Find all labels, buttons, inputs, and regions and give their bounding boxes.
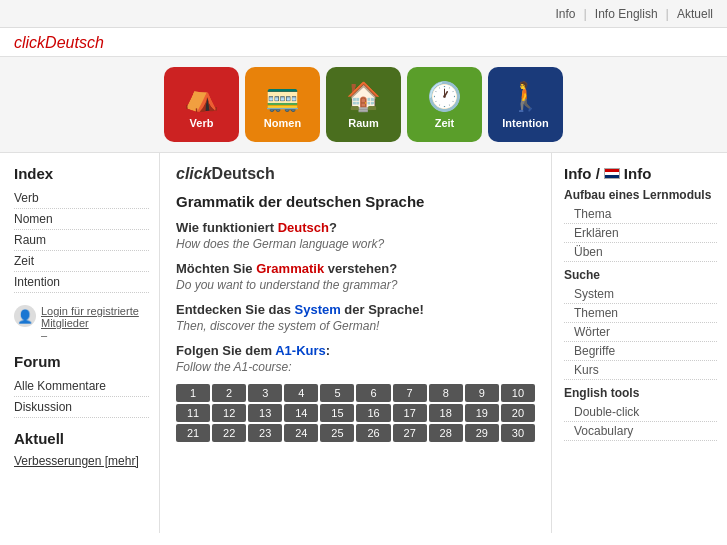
forum-item-kommentare[interactable]: Alle Kommentare [14, 376, 149, 397]
content-block-3: Entdecken Sie das System der Sprache! Th… [176, 302, 535, 333]
num-cell-6[interactable]: 6 [356, 384, 390, 402]
login-sub: – [41, 329, 47, 341]
icon-verb[interactable]: ⛺ Verb [164, 67, 239, 142]
icons-row: ⛺ Verb 🚃 Nomen 🏠 Raum 🕐 Zeit 🚶 Intention [0, 56, 727, 153]
main-layout: Index Verb Nomen Raum Zeit Intention 👤 L… [0, 153, 727, 533]
index-title: Index [14, 165, 149, 182]
top-nav: Info | Info English | Aktuell [0, 0, 727, 28]
kurs-highlight: A1-Kurs [275, 343, 326, 358]
center-content: clickDeutsch Grammatik der deutschen Spr… [160, 153, 552, 533]
right-item-doubleclick[interactable]: Double-click [564, 403, 717, 422]
num-cell-23[interactable]: 23 [248, 424, 282, 442]
intention-label: Intention [502, 117, 548, 129]
num-cell-10[interactable]: 10 [501, 384, 535, 402]
num-cell-30[interactable]: 30 [501, 424, 535, 442]
num-cell-12[interactable]: 12 [212, 404, 246, 422]
site-logo[interactable]: clickDeutsch [14, 34, 104, 51]
login-link[interactable]: Login für registrierte Mitglieder [41, 305, 139, 329]
num-cell-9[interactable]: 9 [465, 384, 499, 402]
block3-de-end: der Sprache! [341, 302, 424, 317]
index-item-intention[interactable]: Intention [14, 272, 149, 293]
num-cell-24[interactable]: 24 [284, 424, 318, 442]
raum-label: Raum [348, 117, 379, 129]
num-cell-20[interactable]: 20 [501, 404, 535, 422]
intention-icon-symbol: 🚶 [508, 80, 543, 113]
index-item-raum[interactable]: Raum [14, 230, 149, 251]
num-cell-19[interactable]: 19 [465, 404, 499, 422]
right-item-woerter[interactable]: Wörter [564, 323, 717, 342]
zeit-icon-symbol: 🕐 [427, 80, 462, 113]
num-cell-1[interactable]: 1 [176, 384, 210, 402]
nav-info[interactable]: Info [555, 7, 575, 21]
logo-bar: clickDeutsch [0, 28, 727, 56]
block2-en: Do you want to understand the grammar? [176, 278, 535, 292]
num-cell-16[interactable]: 16 [356, 404, 390, 422]
num-cell-5[interactable]: 5 [320, 384, 354, 402]
sep2: | [666, 6, 669, 21]
index-item-nomen[interactable]: Nomen [14, 209, 149, 230]
sidebar-right: Info / Info Aufbau eines Lernmoduls Them… [552, 153, 727, 533]
index-item-zeit[interactable]: Zeit [14, 251, 149, 272]
nomen-label: Nomen [264, 117, 301, 129]
kurs-sub: Follow the A1-course: [176, 360, 535, 374]
num-cell-27[interactable]: 27 [393, 424, 427, 442]
section-heading: Grammatik der deutschen Sprache [176, 193, 535, 210]
num-cell-2[interactable]: 2 [212, 384, 246, 402]
login-icon: 👤 [14, 305, 36, 327]
num-cell-8[interactable]: 8 [429, 384, 463, 402]
num-cell-18[interactable]: 18 [429, 404, 463, 422]
right-item-ueben[interactable]: Üben [564, 243, 717, 262]
login-box: 👤 Login für registrierte Mitglieder – [14, 305, 149, 341]
verb-icon-symbol: ⛺ [184, 80, 219, 113]
nomen-icon-symbol: 🚃 [265, 80, 300, 113]
right-section3-title: English tools [564, 386, 717, 400]
num-cell-14[interactable]: 14 [284, 404, 318, 422]
icon-intention[interactable]: 🚶 Intention [488, 67, 563, 142]
num-cell-28[interactable]: 28 [429, 424, 463, 442]
right-item-erklaeren[interactable]: Erklären [564, 224, 717, 243]
right-item-system[interactable]: System [564, 285, 717, 304]
right-section1-list: Thema Erklären Üben [564, 205, 717, 262]
icon-nomen[interactable]: 🚃 Nomen [245, 67, 320, 142]
block3-de: Entdecken Sie das System der Sprache! [176, 302, 535, 317]
icon-raum[interactable]: 🏠 Raum [326, 67, 401, 142]
aktuell-link[interactable]: Verbesserungen [mehr] [14, 454, 139, 468]
aktuell-section: Aktuell Verbesserungen [mehr] [14, 430, 149, 468]
content-block-1: Wie funktioniert Deutsch? How does the G… [176, 220, 535, 251]
block1-de-text: Wie funktioniert [176, 220, 278, 235]
num-cell-22[interactable]: 22 [212, 424, 246, 442]
forum-nav-list: Alle Kommentare Diskussion [14, 376, 149, 418]
block2-highlight: Grammatik [256, 261, 324, 276]
right-section1-title: Aufbau eines Lernmoduls [564, 188, 717, 202]
num-cell-4[interactable]: 4 [284, 384, 318, 402]
num-cell-25[interactable]: 25 [320, 424, 354, 442]
right-item-thema[interactable]: Thema [564, 205, 717, 224]
num-cell-7[interactable]: 7 [393, 384, 427, 402]
num-cell-13[interactable]: 13 [248, 404, 282, 422]
kurs-label-text: Folgen Sie dem [176, 343, 275, 358]
forum-title: Forum [14, 353, 149, 370]
num-cell-15[interactable]: 15 [320, 404, 354, 422]
kurs-label: Folgen Sie dem A1-Kurs: [176, 343, 535, 358]
right-item-themen[interactable]: Themen [564, 304, 717, 323]
right-item-vocabulary[interactable]: Vocabulary [564, 422, 717, 441]
block1-de-end: ? [329, 220, 337, 235]
index-item-verb[interactable]: Verb [14, 188, 149, 209]
num-cell-26[interactable]: 26 [356, 424, 390, 442]
right-item-kurs[interactable]: Kurs [564, 361, 717, 380]
block2-de: Möchten Sie Grammatik verstehen? [176, 261, 535, 276]
site-title: clickDeutsch [176, 165, 535, 183]
icon-zeit[interactable]: 🕐 Zeit [407, 67, 482, 142]
num-cell-17[interactable]: 17 [393, 404, 427, 422]
nav-aktuell[interactable]: Aktuell [677, 7, 713, 21]
right-item-begriffe[interactable]: Begriffe [564, 342, 717, 361]
num-cell-11[interactable]: 11 [176, 404, 210, 422]
num-cell-21[interactable]: 21 [176, 424, 210, 442]
block1-highlight: Deutsch [278, 220, 329, 235]
forum-item-diskussion[interactable]: Diskussion [14, 397, 149, 418]
num-cell-29[interactable]: 29 [465, 424, 499, 442]
num-cell-3[interactable]: 3 [248, 384, 282, 402]
right-section2-title: Suche [564, 268, 717, 282]
block2-de-end: verstehen? [324, 261, 397, 276]
nav-info-english[interactable]: Info English [595, 7, 658, 21]
